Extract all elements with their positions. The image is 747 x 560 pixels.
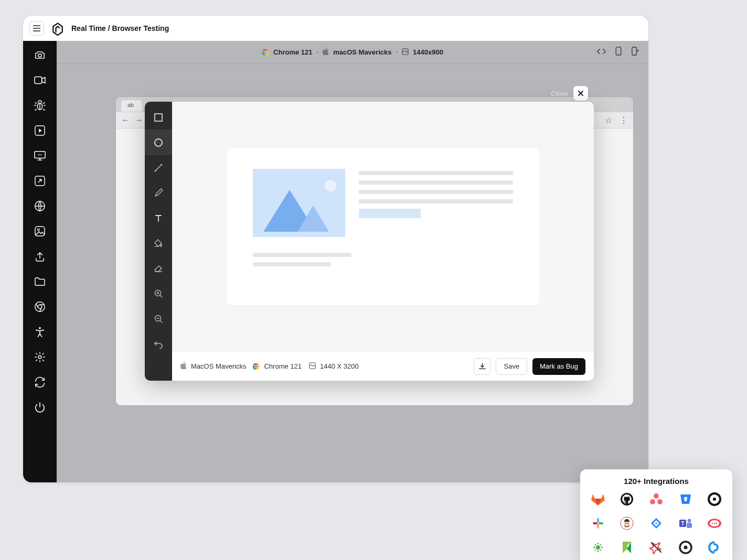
upload-icon[interactable]: [33, 250, 47, 263]
svg-rect-54: [687, 523, 692, 528]
settings-icon[interactable]: [33, 350, 47, 364]
download-button[interactable]: [474, 358, 490, 375]
close-button[interactable]: [573, 86, 588, 101]
accessibility-icon[interactable]: [33, 325, 47, 339]
video-icon[interactable]: [33, 73, 47, 87]
svg-point-13: [39, 154, 40, 155]
int-teams-icon[interactable]: T: [678, 516, 693, 531]
context-bar: Chrome 121 · macOS Mavericks · 1440x900: [57, 41, 648, 64]
kebab-icon[interactable]: ⋮: [620, 115, 628, 125]
folder-icon[interactable]: [33, 275, 47, 288]
svg-point-60: [596, 545, 600, 550]
rotate-device-icon[interactable]: [631, 47, 639, 58]
svg-rect-46: [593, 522, 597, 524]
svg-point-21: [39, 327, 41, 329]
svg-point-42: [713, 498, 716, 501]
preview-wrap: MacOS Mavericks Chrome 121 1440 X 3200 S…: [172, 102, 594, 381]
svg-point-12: [38, 154, 39, 155]
svg-point-50: [627, 523, 628, 524]
int-katalon-icon[interactable]: [620, 540, 634, 555]
integrations-title: 120+ Integrations: [590, 477, 723, 486]
logo-icon: [50, 21, 65, 36]
browser-tab[interactable]: ab: [121, 100, 142, 112]
monitor-icon[interactable]: [33, 149, 47, 163]
svg-point-26: [161, 164, 163, 166]
modal-footer: MacOS Mavericks Chrome 121 1440 X 3200 S…: [172, 351, 594, 381]
int-newrelic-icon[interactable]: [678, 540, 693, 555]
integrations-card: 120+ Integrations T: [580, 469, 732, 560]
mock-content: [227, 148, 539, 305]
svg-point-14: [41, 154, 42, 155]
bookmark-icon[interactable]: ☆: [605, 115, 612, 125]
svg-point-57: [712, 523, 713, 524]
int-flower-icon[interactable]: [591, 540, 605, 555]
svg-point-5: [618, 53, 619, 55]
annot-line-icon[interactable]: [145, 155, 172, 180]
int-clickup-icon[interactable]: [707, 540, 722, 555]
svg-rect-43: [597, 518, 599, 523]
external-link-icon[interactable]: [33, 174, 47, 188]
network-icon[interactable]: [33, 199, 47, 213]
location-icon[interactable]: [33, 224, 47, 238]
breadcrumb: Real Time / Browser Testing: [71, 24, 169, 33]
int-gitlab-icon[interactable]: [591, 492, 605, 507]
int-jira-icon[interactable]: [649, 516, 664, 531]
chrome-icon: [252, 363, 260, 370]
svg-point-40: [657, 499, 663, 504]
annot-fill-icon[interactable]: [145, 231, 172, 256]
svg-point-38: [654, 493, 659, 499]
chrome-icon: [262, 49, 269, 56]
devtools-icon[interactable]: [597, 48, 606, 57]
svg-point-53: [687, 519, 691, 523]
bug-icon[interactable]: [33, 99, 47, 112]
int-jenkins-icon[interactable]: [620, 516, 634, 531]
svg-text:T: T: [681, 521, 684, 526]
nav-forward-icon[interactable]: →: [135, 115, 143, 125]
annot-zoom-in-icon[interactable]: [145, 281, 172, 306]
annot-rectangle-icon[interactable]: [145, 105, 172, 130]
apple-icon: [323, 48, 329, 57]
chrome-icon[interactable]: [33, 300, 47, 314]
power-icon[interactable]: [33, 401, 47, 414]
svg-point-18: [37, 229, 39, 231]
int-circleci-icon[interactable]: [707, 492, 722, 507]
resolution-icon: [402, 48, 409, 57]
device-icon[interactable]: [615, 47, 622, 58]
apple-icon: [180, 362, 187, 371]
mark-bug-button[interactable]: Mark as Bug: [532, 358, 585, 375]
context-browser: Chrome 121: [273, 48, 312, 56]
annot-zoom-out-icon[interactable]: [145, 306, 172, 331]
save-button[interactable]: Save: [496, 358, 527, 375]
svg-point-19: [35, 302, 45, 311]
annot-text-icon[interactable]: [145, 206, 172, 231]
svg-rect-45: [597, 524, 599, 529]
svg-point-7: [38, 54, 41, 57]
annot-pencil-icon[interactable]: [145, 180, 172, 206]
int-asana-icon[interactable]: [649, 492, 664, 507]
int-xray-icon[interactable]: [649, 540, 664, 555]
menu-button[interactable]: [29, 21, 44, 36]
svg-rect-6: [632, 47, 636, 55]
footer-browser: Chrome 121: [264, 362, 302, 370]
annot-circle-icon[interactable]: [145, 130, 172, 155]
integrations-grid: T: [590, 492, 723, 555]
annotation-toolbar: [145, 102, 172, 381]
dimensions-icon: [309, 362, 316, 371]
footer-os: MacOS Mavericks: [191, 362, 246, 370]
svg-point-22: [38, 356, 41, 359]
screenshot-preview: [172, 102, 594, 351]
annot-undo-icon[interactable]: [145, 331, 172, 357]
int-slack-icon[interactable]: [591, 516, 605, 531]
int-bitbucket-icon[interactable]: [678, 492, 693, 507]
nav-back-icon[interactable]: ←: [121, 115, 130, 125]
placeholder-image-icon: [253, 169, 345, 237]
svg-rect-8: [35, 77, 42, 84]
int-rocketchat-icon[interactable]: [707, 516, 722, 531]
camera-icon[interactable]: [33, 48, 47, 62]
annot-eraser-icon[interactable]: [145, 256, 172, 281]
int-github-icon[interactable]: [620, 492, 634, 507]
play-icon[interactable]: [33, 124, 47, 137]
header-bar: Real Time / Browser Testing: [23, 16, 648, 41]
svg-point-25: [155, 170, 156, 172]
swap-icon[interactable]: [33, 375, 47, 389]
